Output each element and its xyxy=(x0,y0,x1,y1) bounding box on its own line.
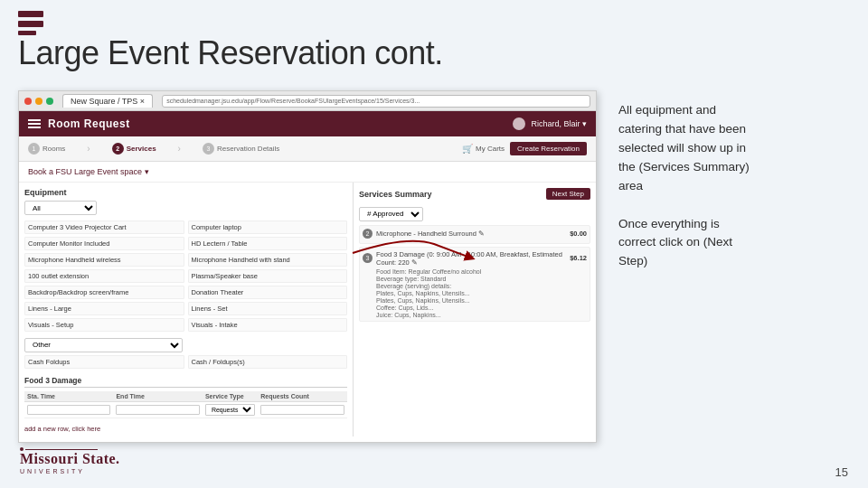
step-num-2: 2 xyxy=(112,143,124,155)
browser-tab[interactable]: New Square / TPS × xyxy=(62,94,153,108)
bar-2 xyxy=(18,21,43,27)
food-section: Food 3 Damage Sta. Time End Time Service… xyxy=(24,376,347,435)
service-num-2: 3 xyxy=(363,253,373,263)
eq-row-2: Computer Monitor Included HD Lectern / T… xyxy=(24,237,347,250)
col-header-start: Sta. Time xyxy=(24,391,113,402)
step-rooms[interactable]: 1 Rooms xyxy=(28,143,65,155)
browser-min-dot[interactable] xyxy=(35,98,42,105)
eq-item: Visuals - Intake xyxy=(188,318,348,332)
eq-row-1: Computer 3 Video Projector Cart Computer… xyxy=(24,221,347,234)
my-carts-link[interactable]: 🛒 My Carts xyxy=(462,144,505,154)
eq-row-5: Backdrop/Backdrop screen/frame Donation … xyxy=(24,286,347,299)
browser-chrome: New Square / TPS × scheduledmanager.jsu.… xyxy=(19,91,596,111)
username-display[interactable]: Richard, Blair ▾ xyxy=(531,119,587,128)
step-arrow-1: › xyxy=(87,144,90,154)
eq-item: Computer laptop xyxy=(188,221,348,234)
create-reservation-btn[interactable]: Create Reservation xyxy=(510,142,587,155)
info-line-2: catering that have been xyxy=(618,122,746,136)
step-arrow-2: › xyxy=(178,144,181,154)
bar-1 xyxy=(18,11,43,17)
eq-item: 100 outlet extension xyxy=(24,269,184,283)
step-details[interactable]: 3 Reservation Details xyxy=(203,143,279,155)
page-title: Large Event Reservation cont. xyxy=(18,34,443,72)
food-count-input[interactable] xyxy=(260,405,344,415)
browser-close-dot[interactable] xyxy=(24,98,32,105)
eq-row-3: Microphone Handheld wireless Microphone … xyxy=(24,253,347,267)
service-title-1: Microphone - Handheld Surround ✎ xyxy=(376,230,566,238)
food-type-select[interactable]: Requests xyxy=(205,404,255,416)
other-select[interactable]: Other xyxy=(24,338,183,352)
hamburger-menu[interactable] xyxy=(28,119,41,128)
eq-item: Microphone Handheld with stand xyxy=(188,253,348,267)
eq-item: Visuals - Setup xyxy=(24,318,184,332)
logo-sub-text: UNIVERSITY xyxy=(20,468,85,474)
section-header: Book a FSU Large Event space ▾ xyxy=(19,162,596,183)
service-sub-line-7: Juice: Cups, Napkins... xyxy=(376,312,587,318)
step-label-rooms: Rooms xyxy=(42,145,65,153)
col-header-type: Service Type xyxy=(203,391,258,402)
eq-cash-label: Cash Foldups xyxy=(24,355,184,369)
service-item-1: 2 Microphone - Handheld Surround ✎ $0.00 xyxy=(359,225,590,244)
app-header: Room Request Richard, Blair ▾ xyxy=(19,111,596,136)
info-line-5: area xyxy=(618,179,643,192)
eq-row-cash: Cash Foldups Cash / Foldups(s) xyxy=(24,355,347,369)
slide: Large Event Reservation cont. New Square… xyxy=(0,0,868,488)
services-filter-select[interactable]: # Approved xyxy=(359,207,423,221)
service-price-1: $0.00 xyxy=(570,230,587,238)
service-sub-line-2: Beverage type: Standard xyxy=(376,276,587,282)
service-sub-line-5: Plates, Cups, Napkins, Utensils... xyxy=(376,297,587,304)
eq-item: Computer 3 Video Projector Cart xyxy=(24,221,184,234)
service-sub-line-4: Plates, Cups, Napkins, Utensils... xyxy=(376,290,587,296)
service-title-2: Food 3 Damage (0: 9:00 AM - 10:00 AM, Br… xyxy=(376,250,566,267)
col-header-end: End Time xyxy=(113,391,202,402)
decorative-bars xyxy=(18,11,43,35)
equipment-header: Equipment xyxy=(24,188,347,197)
eq-item: Donation Theater xyxy=(188,286,348,299)
eq-row-other: Other xyxy=(24,334,347,352)
step-label-services: Services xyxy=(127,145,156,153)
main-content: Equipment All Computer 3 Video Projector… xyxy=(19,183,596,436)
eq-row-4: 100 outlet extension Plasma/Speaker base xyxy=(24,269,347,283)
logo-line xyxy=(25,449,98,450)
step-label-details: Reservation Details xyxy=(217,145,279,153)
eq-item: Microphone Handheld wireless xyxy=(24,253,184,267)
browser-max-dot[interactable] xyxy=(46,98,53,105)
eq-item: Linens - Large xyxy=(24,302,184,315)
cart-icon: 🛒 xyxy=(462,144,473,154)
next-step-btn[interactable]: Next Step xyxy=(546,188,590,200)
eq-item: Plasma/Speaker base xyxy=(188,269,348,283)
breadcrumb-link[interactable]: Book a FSU Large Event space ▾ xyxy=(28,167,149,176)
service-sub-2: Food Item: Regular Coffee/no alcohol Bev… xyxy=(363,268,587,318)
services-summary-title: Services Summary xyxy=(359,190,432,199)
service-sub-line-1: Food Item: Regular Coffee/no alcohol xyxy=(376,268,587,275)
app-title: Room Request xyxy=(48,117,130,130)
step-num-3: 3 xyxy=(203,143,214,155)
screenshot-container: New Square / TPS × scheduledmanager.jsu.… xyxy=(18,90,597,443)
eq-item: Linens - Set xyxy=(188,302,348,315)
food-start-input[interactable] xyxy=(27,405,110,415)
info-line-6: Once everything is xyxy=(618,217,720,230)
step-num-1: 1 xyxy=(28,143,40,155)
service-item-2: 3 Food 3 Damage (0: 9:00 AM - 10:00 AM, … xyxy=(359,247,590,322)
step-services[interactable]: 2 Services xyxy=(112,143,156,155)
header-left: Room Request xyxy=(28,117,130,130)
add-row-link[interactable]: add a new row, click here xyxy=(24,425,100,433)
food-row: Requests xyxy=(24,401,347,418)
service-num-1: 2 xyxy=(363,229,373,239)
steps-right-area: 🛒 My Carts Create Reservation xyxy=(462,142,587,155)
browser-url-bar[interactable]: scheduledmanager.jsu.edu/app/Flow/Reserv… xyxy=(162,95,590,108)
col-header-count: Requests Count xyxy=(258,391,347,402)
equipment-filter: All xyxy=(24,201,347,215)
info-line-8: Step) xyxy=(618,254,647,267)
info-line-7: correct click on (Next xyxy=(618,235,732,249)
food-end-input[interactable] xyxy=(116,405,199,415)
logo-main-text: Missouri State. xyxy=(20,451,120,467)
equipment-filter-select[interactable]: All xyxy=(24,201,97,215)
header-right: Richard, Blair ▾ xyxy=(513,117,587,130)
eq-item: HD Lectern / Table xyxy=(188,237,348,250)
service-price-2: $6.12 xyxy=(570,254,587,262)
services-summary-header: Services Summary Next Step xyxy=(359,188,590,200)
question-icon[interactable] xyxy=(513,117,525,130)
eq-cash-value: Cash / Foldups(s) xyxy=(188,355,348,369)
equipment-panel: Equipment All Computer 3 Video Projector… xyxy=(19,183,354,436)
